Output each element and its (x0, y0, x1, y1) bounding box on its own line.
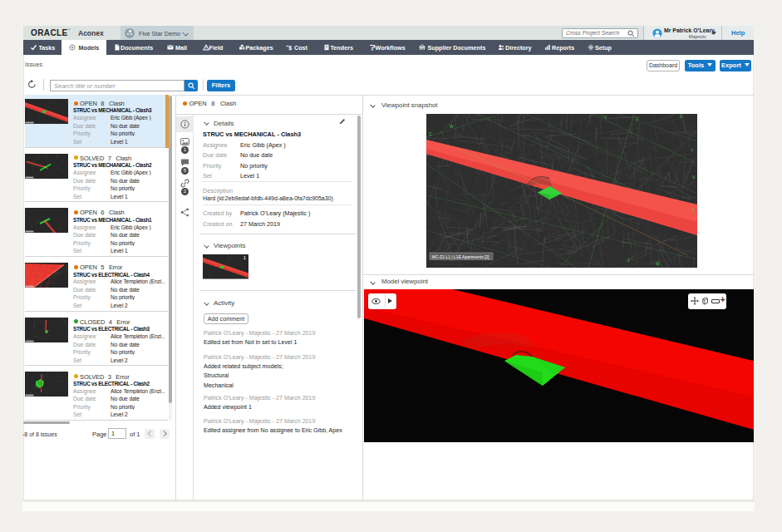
svg-text:C: C (429, 131, 432, 136)
svg-text:W: W (656, 261, 660, 266)
svg-text:W: W (450, 124, 454, 129)
svg-text:C: C (692, 208, 696, 213)
svg-text:U: U (636, 116, 639, 121)
svg-text:2: 2 (627, 258, 630, 263)
svg-text:$: $ (288, 45, 292, 51)
svg-text:MC-Z1-L1 | L1E Apartments [2]: MC-Z1-L1 | L1E Apartments [2] (432, 254, 490, 259)
svg-text:2: 2 (680, 114, 682, 119)
